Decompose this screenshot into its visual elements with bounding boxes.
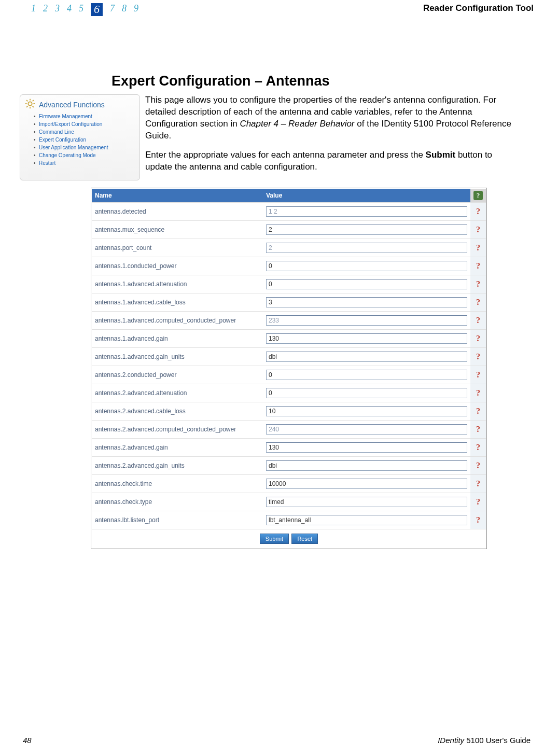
chapter-link-5[interactable]: 5: [79, 3, 83, 16]
param-input[interactable]: [266, 352, 467, 362]
chapter-link-7[interactable]: 7: [110, 3, 115, 16]
footer: 48 IDentity 5100 User's Guide: [0, 736, 544, 745]
help-icon[interactable]: ?: [470, 366, 486, 384]
table-row: antennas.1.advanced.gain?: [92, 329, 486, 347]
help-icon[interactable]: ?: [470, 474, 486, 493]
sidebar-item[interactable]: User Application Management: [39, 144, 135, 151]
svg-text:?: ?: [477, 191, 480, 199]
chapter-nav: 123456789: [31, 3, 138, 16]
submit-ref: Submit: [426, 150, 456, 160]
param-value-cell: [263, 456, 470, 474]
help-icon[interactable]: ?: [470, 329, 486, 347]
help-icon[interactable]: ?: [470, 420, 486, 438]
col-header-help[interactable]: ?: [470, 189, 486, 203]
help-icon[interactable]: ?: [470, 511, 486, 529]
table-row: antennas.1.advanced.computed_conducted_p…: [92, 311, 486, 329]
param-input[interactable]: [266, 261, 467, 271]
param-input[interactable]: [266, 388, 467, 398]
help-icon[interactable]: ?: [470, 257, 486, 275]
reset-button[interactable]: Reset: [291, 534, 318, 544]
help-icon[interactable]: ?: [470, 311, 486, 329]
sidebar-item[interactable]: Import/Export Configuration: [39, 120, 135, 128]
help-icon[interactable]: ?: [470, 202, 486, 220]
param-input[interactable]: [266, 297, 467, 307]
param-name: antennas.2.advanced.gain: [92, 438, 263, 456]
table-row: antennas.1.advanced.attenuation?: [92, 275, 486, 293]
help-icon[interactable]: ?: [470, 239, 486, 257]
param-value-cell: [263, 311, 470, 329]
sidebar-item[interactable]: Expert Configuration: [39, 136, 135, 144]
submit-button[interactable]: Submit: [260, 534, 289, 544]
param-value-cell: [263, 474, 470, 493]
param-value-cell: [263, 275, 470, 293]
header: 123456789 Reader Configuration Tool: [0, 0, 544, 16]
sidebar-item[interactable]: Change Operating Mode: [39, 151, 135, 159]
text: Enter the appropriate values for each an…: [145, 150, 426, 160]
help-icon[interactable]: ?: [470, 493, 486, 511]
param-name: antennas.check.time: [92, 474, 263, 493]
chapter-link-2[interactable]: 2: [43, 3, 48, 16]
param-name: antennas.mux_sequence: [92, 220, 263, 239]
param-value-cell: [263, 420, 470, 438]
help-icon[interactable]: ?: [470, 275, 486, 293]
param-input[interactable]: [266, 442, 467, 453]
chapter-link-4[interactable]: 4: [67, 3, 72, 16]
help-icon[interactable]: ?: [470, 456, 486, 474]
config-table: Name Value ? antennas.detected?antennas.…: [91, 188, 487, 549]
help-icon[interactable]: ?: [470, 402, 486, 420]
param-input[interactable]: [266, 479, 467, 489]
param-input[interactable]: [266, 225, 467, 235]
help-icon[interactable]: ?: [470, 220, 486, 239]
help-icon[interactable]: ?: [470, 438, 486, 456]
param-input: [266, 243, 467, 253]
table-row: antennas.1.conducted_power?: [92, 257, 486, 275]
param-name: antennas.2.advanced.computed_conducted_p…: [92, 420, 263, 438]
chapter-link-8[interactable]: 8: [122, 3, 127, 16]
param-input: [266, 424, 467, 435]
help-header-icon: ?: [473, 191, 483, 200]
help-icon[interactable]: ?: [470, 384, 486, 402]
param-value-cell: [263, 257, 470, 275]
param-value-cell: [263, 239, 470, 257]
chapter-link-6[interactable]: 6: [91, 3, 103, 16]
param-input[interactable]: [266, 370, 467, 380]
sidebar-item[interactable]: Command Line: [39, 128, 135, 136]
sidebar-title: Advanced Functions: [39, 101, 105, 109]
svg-line-8: [26, 106, 27, 107]
chapter-link-9[interactable]: 9: [134, 3, 138, 16]
table-row: antennas.lbt.listen_port?: [92, 511, 486, 529]
intro-paragraph-1: This page allows you to configure the pr…: [145, 94, 518, 142]
col-header-name: Name: [92, 189, 263, 203]
svg-line-5: [26, 100, 27, 101]
section-title: Expert Configuration – Antennas: [111, 73, 544, 89]
help-icon[interactable]: ?: [470, 293, 486, 311]
param-value-cell: [263, 366, 470, 384]
param-name: antennas.1.advanced.cable_loss: [92, 293, 263, 311]
param-input[interactable]: [266, 460, 467, 471]
sidebar-item[interactable]: Firmware Management: [39, 113, 135, 120]
svg-line-7: [33, 100, 34, 101]
table-row: antennas.port_count?: [92, 239, 486, 257]
sidebar-item[interactable]: Restart: [39, 159, 135, 167]
chapter-ref: Chapter 4 – Reader Behavior: [240, 119, 354, 129]
chapter-link-1[interactable]: 1: [31, 3, 36, 16]
table-row: antennas.detected?: [92, 202, 486, 220]
param-input[interactable]: [266, 279, 467, 289]
param-name: antennas.detected: [92, 202, 263, 220]
table-row: antennas.1.advanced.cable_loss?: [92, 293, 486, 311]
param-name: antennas.1.conducted_power: [92, 257, 263, 275]
param-name: antennas.2.advanced.gain_units: [92, 456, 263, 474]
param-value-cell: [263, 438, 470, 456]
table-row: antennas.2.conducted_power?: [92, 366, 486, 384]
param-input[interactable]: [266, 406, 467, 416]
param-input[interactable]: [266, 333, 467, 344]
param-value-cell: [263, 384, 470, 402]
param-input[interactable]: [266, 497, 467, 507]
param-name: antennas.1.advanced.gain: [92, 329, 263, 347]
table-header-row: Name Value ?: [92, 189, 486, 203]
sidebar-items: Firmware ManagementImport/Export Configu…: [39, 113, 135, 167]
param-input[interactable]: [266, 515, 467, 525]
intro-paragraph-2: Enter the appropriate values for each an…: [145, 149, 518, 173]
help-icon[interactable]: ?: [470, 347, 486, 366]
chapter-link-3[interactable]: 3: [55, 3, 60, 16]
